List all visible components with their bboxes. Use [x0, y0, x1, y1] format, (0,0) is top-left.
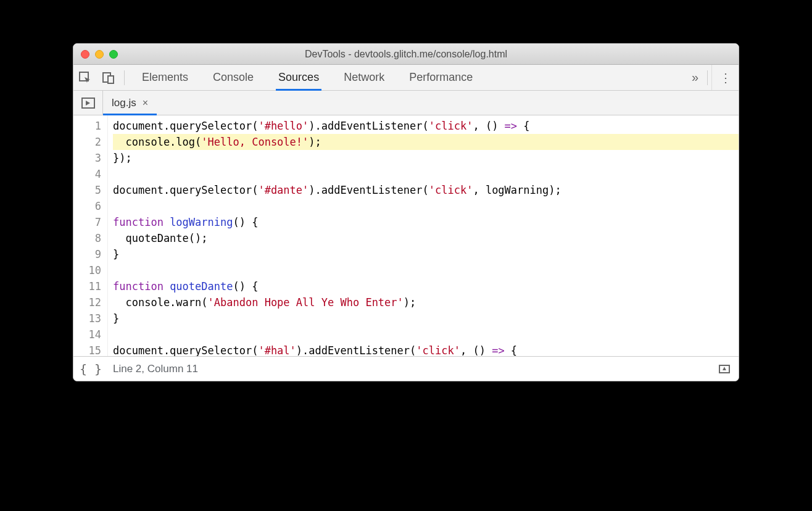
- tab-elements[interactable]: Elements: [142, 65, 188, 90]
- code-line[interactable]: [113, 262, 739, 278]
- tab-sources[interactable]: Sources: [278, 65, 319, 90]
- code-line[interactable]: console.log('Hello, Console!');: [113, 134, 739, 150]
- editor-status-bar: { } Line 2, Column 11: [73, 356, 739, 381]
- main-toolbar: ElementsConsoleSourcesNetworkPerformance…: [73, 65, 739, 91]
- code-line[interactable]: function quoteDante() {: [113, 278, 739, 294]
- inspect-element-icon[interactable]: [73, 65, 97, 90]
- line-number[interactable]: 5: [73, 182, 101, 198]
- console-drawer-toggle[interactable]: [719, 365, 739, 373]
- file-tab-logjs[interactable]: log.js ×: [103, 91, 157, 115]
- code-line[interactable]: }: [113, 310, 739, 326]
- code-line[interactable]: document.querySelector('#dante').addEven…: [113, 182, 739, 198]
- pretty-print-icon[interactable]: { }: [73, 362, 108, 376]
- code-line[interactable]: document.querySelector('#hello').addEven…: [113, 118, 739, 134]
- navigator-toggle-icon[interactable]: [73, 91, 103, 115]
- toolbar-separator: [124, 70, 125, 85]
- code-line[interactable]: }: [113, 246, 739, 262]
- code-line[interactable]: [113, 166, 739, 182]
- line-number-gutter[interactable]: 123456789101112131415: [73, 115, 108, 356]
- code-line[interactable]: [113, 326, 739, 343]
- line-number[interactable]: 6: [73, 198, 101, 214]
- line-number[interactable]: 15: [73, 343, 101, 356]
- window-close-button[interactable]: [81, 50, 89, 59]
- code-area[interactable]: document.querySelector('#hello').addEven…: [108, 115, 739, 356]
- line-number[interactable]: 8: [73, 230, 101, 246]
- window-title: DevTools - devtools.glitch.me/console/lo…: [73, 49, 739, 60]
- source-file-tabbar: log.js ×: [73, 91, 739, 115]
- window-minimize-button[interactable]: [95, 50, 104, 59]
- line-number[interactable]: 4: [73, 166, 101, 182]
- devtools-window: DevTools - devtools.glitch.me/console/lo…: [73, 43, 739, 381]
- line-number[interactable]: 3: [73, 150, 101, 166]
- svg-rect-2: [108, 76, 114, 83]
- tab-performance[interactable]: Performance: [409, 65, 473, 90]
- cursor-position: Line 2, Column 11: [108, 363, 198, 375]
- code-line[interactable]: document.querySelector('#hal').addEventL…: [113, 343, 739, 356]
- line-number[interactable]: 12: [73, 294, 101, 310]
- code-line[interactable]: quoteDante();: [113, 230, 739, 246]
- line-number[interactable]: 7: [73, 214, 101, 230]
- toolbar-separator: [707, 70, 708, 85]
- code-line[interactable]: [113, 198, 739, 214]
- window-maximize-button[interactable]: [109, 50, 118, 59]
- line-number[interactable]: 1: [73, 118, 101, 134]
- code-line[interactable]: function logWarning() {: [113, 214, 739, 230]
- line-number[interactable]: 13: [73, 310, 101, 326]
- line-number[interactable]: 9: [73, 246, 101, 262]
- code-line[interactable]: console.warn('Abandon Hope All Ye Who En…: [113, 294, 739, 310]
- line-number[interactable]: 10: [73, 262, 101, 278]
- settings-menu-button[interactable]: ⋮: [711, 65, 739, 90]
- source-editor[interactable]: 123456789101112131415 document.querySele…: [73, 115, 739, 356]
- code-line[interactable]: });: [113, 150, 739, 166]
- window-titlebar: DevTools - devtools.glitch.me/console/lo…: [73, 44, 739, 65]
- line-number[interactable]: 11: [73, 278, 101, 294]
- main-tabs: ElementsConsoleSourcesNetworkPerformance: [128, 65, 473, 90]
- tab-console[interactable]: Console: [213, 65, 254, 90]
- drawer-icon: [719, 365, 730, 373]
- line-number[interactable]: 14: [73, 326, 101, 343]
- more-tabs-button[interactable]: »: [684, 70, 703, 85]
- device-toolbar-icon[interactable]: [97, 65, 120, 90]
- file-tab-label: log.js: [112, 97, 136, 109]
- tab-network[interactable]: Network: [344, 65, 384, 90]
- traffic-lights: [73, 50, 118, 59]
- line-number[interactable]: 2: [73, 134, 101, 150]
- close-tab-icon[interactable]: ×: [143, 98, 148, 109]
